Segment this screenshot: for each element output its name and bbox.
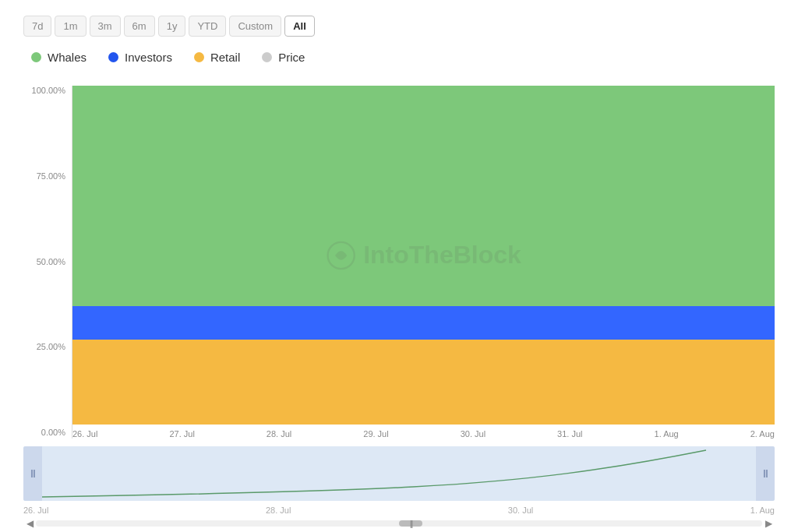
scrollbar-grip: ||| [403, 519, 418, 528]
scrollbar-area: ◀ ||| ▶ [23, 516, 775, 530]
bar-retail [72, 340, 775, 425]
time-btn-1y[interactable]: 1y [158, 16, 186, 37]
legend-label-price: Price [278, 51, 305, 64]
legend-item-whales: Whales [31, 51, 87, 64]
chart-legend: WhalesInvestorsRetailPrice [23, 51, 775, 64]
chart-canvas: IntoTheBlock 26. Jul27. Jul28. Jul29. Ju… [72, 86, 775, 439]
legend-item-investors: Investors [108, 51, 172, 64]
time-btn-6m[interactable]: 6m [124, 16, 155, 37]
y-label-25-00-: 25.00% [23, 342, 72, 351]
navigator-x-axis: 26. Jul28. Jul30. Jul1. Aug [23, 502, 775, 515]
scrollbar-right-arrow[interactable]: ▶ [762, 517, 775, 530]
nav-x-label-26--Jul: 26. Jul [23, 506, 48, 515]
time-btn-ytd[interactable]: YTD [189, 16, 226, 37]
y-label-50-00-: 50.00% [23, 257, 72, 266]
stacked-bars: IntoTheBlock [72, 86, 775, 425]
navigator-section: II II 26. Jul28. Jul30. Jul1. Aug ◀ ||| … [23, 446, 775, 524]
legend-item-retail: Retail [194, 51, 240, 64]
x-label-29--Jul: 29. Jul [363, 429, 388, 439]
navigator-right-handle[interactable]: II [756, 446, 775, 501]
time-btn-1m[interactable]: 1m [55, 16, 86, 37]
time-btn-custom[interactable]: Custom [229, 16, 281, 37]
y-label-75-00-: 75.00% [23, 171, 72, 181]
chart-area: 100.00%75.00%50.00%25.00%0.00% [23, 86, 775, 439]
legend-dot-investors [108, 52, 118, 62]
chart-wrapper: 100.00%75.00%50.00%25.00%0.00% [23, 86, 775, 439]
bar-investors [72, 306, 775, 340]
time-btn-3m[interactable]: 3m [90, 16, 121, 37]
time-btn-all[interactable]: All [284, 16, 315, 37]
time-btn-7d[interactable]: 7d [23, 16, 51, 37]
scrollbar-thumb[interactable]: ||| [399, 520, 422, 527]
navigator-container[interactable]: II II [23, 446, 775, 501]
x-axis-inner: 26. Jul27. Jul28. Jul29. Jul30. Jul31. J… [72, 429, 775, 439]
x-label-28--Jul: 28. Jul [267, 429, 291, 439]
bar-whales [72, 86, 775, 306]
legend-dot-whales [31, 52, 41, 62]
x-label-2--Aug: 2. Aug [750, 429, 775, 439]
x-label-30--Jul: 30. Jul [461, 429, 486, 439]
navigator-left-handle[interactable]: II [23, 446, 42, 501]
legend-item-price: Price [262, 51, 305, 64]
legend-label-retail: Retail [210, 51, 240, 64]
y-label-0-00-: 0.00% [23, 428, 72, 437]
main-container: 7d1m3m6m1yYTDCustomAll WhalesInvestorsRe… [0, 0, 798, 532]
scrollbar-track[interactable]: ||| [36, 520, 762, 527]
legend-label-investors: Investors [125, 51, 172, 64]
scrollbar-left-arrow[interactable]: ◀ [23, 517, 36, 530]
x-axis: 26. Jul27. Jul28. Jul29. Jul30. Jul31. J… [72, 429, 775, 439]
x-label-27--Jul: 27. Jul [169, 429, 194, 439]
x-label-26--Jul: 26. Jul [72, 429, 97, 439]
right-handle-icon: II [763, 467, 768, 480]
nav-x-label-28--Jul: 28. Jul [266, 506, 291, 515]
x-label-1--Aug: 1. Aug [655, 429, 679, 439]
time-filter-bar: 7d1m3m6m1yYTDCustomAll [23, 16, 775, 37]
y-axis: 100.00%75.00%50.00%25.00%0.00% [23, 86, 72, 439]
legend-label-whales: Whales [48, 51, 87, 64]
left-handle-icon: II [30, 467, 35, 480]
legend-dot-price [262, 52, 272, 62]
y-label-100-00-: 100.00% [23, 86, 72, 95]
nav-x-label-1--Aug: 1. Aug [750, 506, 775, 515]
x-label-31--Jul: 31. Jul [557, 429, 582, 439]
legend-dot-retail [194, 52, 204, 62]
nav-x-label-30--Jul: 30. Jul [508, 506, 533, 515]
navigator-wrapper: II II [23, 446, 775, 501]
